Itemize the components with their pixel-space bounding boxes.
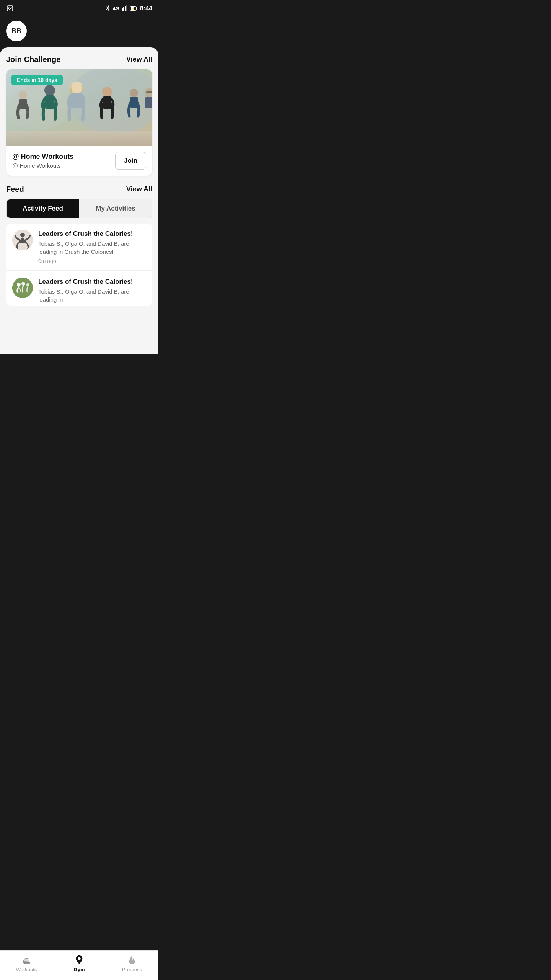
svg-rect-5	[126, 5, 127, 11]
svg-point-27	[20, 233, 25, 237]
svg-rect-3	[123, 7, 124, 11]
feed-section: Feed View All Activity Feed My Activitie…	[6, 185, 152, 306]
feed-tabs: Activity Feed My Activities	[6, 199, 152, 218]
feed-item-1-time: 0m ago	[38, 258, 146, 264]
join-challenge-button[interactable]: Join	[115, 152, 146, 170]
status-bar: 4G ⚡ 8:44	[0, 0, 158, 17]
feed-view-all[interactable]: View All	[126, 185, 152, 193]
svg-rect-12	[6, 131, 152, 146]
svg-point-30	[21, 282, 25, 286]
svg-rect-0	[7, 6, 13, 11]
feed-header: Feed View All	[6, 185, 152, 194]
tab-my-activities[interactable]: My Activities	[79, 199, 152, 218]
feed-avatar-2	[12, 278, 33, 298]
feed-avatar-1	[12, 230, 33, 250]
svg-point-21	[19, 91, 27, 99]
main-content: Join Challenge View All	[0, 47, 158, 354]
svg-point-13	[44, 85, 55, 96]
svg-rect-20	[130, 97, 138, 108]
svg-point-19	[130, 89, 138, 97]
svg-rect-14	[45, 95, 54, 109]
join-challenge-header: Join Challenge View All	[6, 55, 152, 64]
ends-badge: Ends in 10 days	[11, 75, 63, 85]
app-header: BB	[0, 17, 158, 47]
svg-rect-4	[125, 6, 126, 11]
status-left	[6, 5, 14, 12]
svg-point-29	[17, 283, 21, 286]
feed-title: Feed	[6, 185, 24, 194]
battery-icon: ⚡	[130, 5, 138, 12]
svg-text:⚡: ⚡	[132, 7, 135, 10]
svg-point-17	[102, 87, 112, 97]
svg-rect-2	[122, 8, 123, 11]
challenge-card: Ends in 10 days @ Home Workouts @ Home W…	[6, 69, 152, 176]
tab-activity-feed[interactable]: Activity Feed	[7, 199, 79, 218]
challenge-subtitle: @ Home Workouts	[12, 162, 73, 169]
join-challenge-view-all[interactable]: View All	[126, 56, 152, 64]
feed-item-1: Leaders of Crush the Calories! Tobias S.…	[6, 224, 152, 271]
svg-rect-24	[146, 91, 152, 93]
svg-point-15	[70, 82, 83, 94]
feed-item-1-desc: Tobias S., Olga O. and David B. are lead…	[38, 240, 146, 256]
svg-rect-18	[103, 96, 111, 109]
svg-rect-22	[19, 99, 27, 109]
join-challenge-title: Join Challenge	[6, 55, 60, 64]
feed-item-2-title: Leaders of Crush the Calories!	[38, 278, 146, 286]
challenge-image: Ends in 10 days	[6, 69, 152, 146]
svg-rect-16	[71, 93, 82, 108]
checklist-icon	[6, 5, 14, 12]
challenge-info: @ Home Workouts @ Home Workouts Join	[6, 146, 152, 176]
status-time: 8:44	[140, 5, 152, 12]
challenge-name: @ Home Workouts	[12, 153, 73, 161]
svg-point-11	[8, 85, 69, 131]
feed-content-1: Leaders of Crush the Calories! Tobias S.…	[38, 230, 146, 264]
bluetooth-icon	[105, 5, 111, 13]
challenge-text: @ Home Workouts @ Home Workouts	[12, 153, 73, 169]
feed-content-2: Leaders of Crush the Calories! Tobias S.…	[38, 278, 146, 306]
signal-bars-icon	[122, 5, 128, 12]
svg-rect-25	[145, 97, 152, 108]
feed-item-2-desc: Tobias S., Olga O. and David B. are lead…	[38, 287, 146, 304]
signal-4g-icon: 4G	[113, 6, 119, 11]
status-right: 4G ⚡ 8:44	[105, 5, 152, 13]
feed-item-1-title: Leaders of Crush the Calories!	[38, 230, 146, 238]
feed-item-2: Leaders of Crush the Calories! Tobias S.…	[6, 271, 152, 306]
user-avatar[interactable]: BB	[6, 21, 27, 41]
